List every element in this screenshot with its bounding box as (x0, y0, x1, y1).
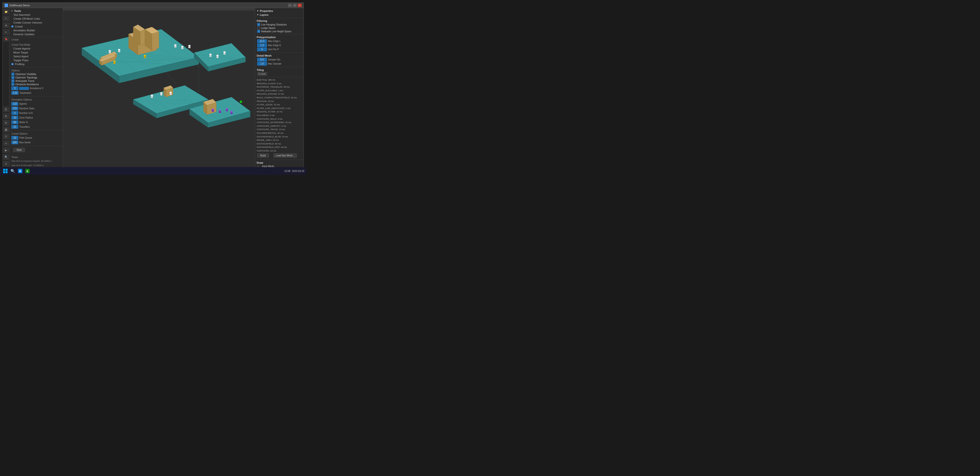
tools-header[interactable]: ▼ Tools (10, 9, 63, 13)
separation-value[interactable]: 2.00 (11, 91, 19, 95)
undo-icon[interactable]: ↩ (3, 141, 9, 146)
sim-random-value[interactable]: 270 (11, 106, 18, 110)
detail-value-0[interactable]: 6.0 (257, 58, 267, 62)
sim-mobs-value[interactable]: 80 (11, 121, 18, 124)
build-stat-8: FILTER_LOW_OBSTACLES: 1 ms (255, 106, 304, 110)
sim-travellers-value[interactable]: 15 (11, 125, 18, 129)
dynamic-updates-item[interactable]: Dynamic Updates (10, 32, 63, 36)
avoidance-slider[interactable] (19, 87, 29, 90)
move-target-item[interactable]: Move Target (10, 51, 63, 54)
svg-point-70 (174, 44, 177, 46)
poly-value-2[interactable]: 6 (257, 48, 267, 51)
optimize-topology-row: ✓ Optimize Topology (10, 76, 63, 79)
sim-agents-value[interactable]: 110 (11, 102, 18, 106)
start-button[interactable]: Start (13, 148, 25, 152)
svg-point-113 (240, 100, 242, 103)
anticipate-turns-check[interactable]: ✓ (11, 79, 14, 83)
cursor-icon[interactable]: ↖ (3, 16, 9, 21)
tiling-enable-row: Enable (255, 72, 304, 76)
sim-number-label: Number of A (19, 112, 61, 114)
walkable-low-check[interactable]: ✓ (257, 30, 260, 33)
svg-point-82 (144, 55, 146, 56)
image-icon[interactable]: 🖼 (3, 127, 9, 132)
optimize-topology-check[interactable]: ✓ (11, 76, 14, 79)
viewport[interactable] (63, 8, 255, 172)
create-convex-item[interactable]: Create Convex Volumes (10, 21, 63, 25)
path-queue-value[interactable]: 32 (11, 136, 18, 140)
window-controls[interactable]: ─ □ ✕ (288, 4, 302, 7)
optimize-visibility-check[interactable]: ✓ (11, 73, 14, 76)
create-agents-item[interactable]: Create Agents (10, 47, 63, 51)
minimize-button[interactable]: ─ (288, 4, 292, 7)
select-agent-item[interactable]: Select Agent (10, 54, 63, 58)
tiling-section: Tiling Enable (255, 67, 304, 77)
max-iter-value[interactable]: 300 (11, 141, 18, 144)
detail-row-0: 6.0 Sample Dis (255, 57, 304, 62)
left-panel: ▼ Tools Test Navmesh Create Off-Mesh Lin… (10, 8, 63, 172)
poly-label-2: Vert Per P (268, 48, 302, 51)
taskbar-search[interactable]: 🔍 (10, 168, 16, 174)
annotation-builder-item[interactable]: Annotation Builder (10, 29, 63, 32)
svg-point-85 (212, 109, 214, 110)
taskbar-date: 2023-03-25 (292, 170, 304, 173)
layers-header[interactable]: ▼ Layers (255, 13, 304, 17)
properties-label: Properties (260, 10, 273, 13)
draw-header: Draw (255, 161, 304, 165)
create-offmesh-item[interactable]: Create Off-Mesh Links (10, 17, 63, 21)
play-icon[interactable]: ▶ (3, 148, 9, 153)
obstacle-avoidance-check[interactable]: ✓ (11, 83, 14, 86)
poly-row-2: 6 Vert Per P (255, 48, 304, 51)
windows-start-button[interactable] (2, 168, 9, 175)
clock-icon[interactable]: ⏱ (3, 134, 9, 139)
build-button[interactable]: Build (257, 154, 269, 158)
crowd-section-label: Crowd (10, 37, 63, 41)
poly-value-0[interactable]: 12.0 (257, 39, 267, 43)
walkable-low-row: ✓ Walkable Low Height Spans (255, 30, 304, 33)
max-iter-row: 300 Max Iterati (10, 140, 63, 145)
build-stat-19: DISTANCEFIELD_DIST: 40 ms (255, 146, 304, 149)
poly-value-1[interactable]: 1.3 (257, 43, 267, 47)
load-nav-mesh-button[interactable]: Load Nav Mesh... (274, 154, 297, 158)
layers-label: Layers (260, 13, 268, 16)
toggle-polys-item[interactable]: Toggle Polys (10, 58, 63, 62)
path-queue-row: 32 Path Queue (10, 135, 63, 140)
build-stat-15: POLYMESHDETAIL: 50 ms (255, 132, 304, 135)
sim-zone-row: 20 Zone Radius (10, 115, 63, 120)
search-icon[interactable]: 🔍 (3, 154, 9, 160)
taskbar-app2[interactable]: E (24, 168, 30, 174)
low-hanging-check[interactable]: ✓ (257, 23, 260, 26)
properties-header[interactable]: ▼ Properties (255, 9, 304, 13)
close-button[interactable]: ✕ (298, 4, 302, 7)
taskbar-app1[interactable]: D (17, 168, 23, 174)
profiling-item[interactable]: Profiling (10, 62, 63, 66)
menu-icon[interactable]: ☰ (3, 106, 9, 112)
sim-random-label: Random Seec (19, 107, 61, 110)
svg-marker-22 (140, 29, 145, 46)
ledge-spans-check[interactable] (257, 27, 260, 29)
build-stat-6: REGIONS: 53 ms (255, 100, 304, 103)
sim-zone-value[interactable]: 20 (11, 116, 18, 119)
build-stat-5: BUILD_COMPACTHEIGHTFIELD: 42 ms (255, 96, 304, 100)
tiling-enable-label[interactable]: Enable (257, 72, 267, 76)
eye-icon[interactable]: 👁 (3, 120, 9, 125)
info-icon[interactable]: ℹ (3, 161, 9, 167)
layers-icon[interactable]: ≡ (3, 29, 9, 35)
avoidance-value[interactable]: 3 (11, 86, 18, 90)
app-icon (5, 4, 8, 7)
layers-arrow: ▼ (257, 14, 259, 16)
settings-icon[interactable]: ⚙ (3, 113, 9, 119)
main-content: 📁 ↖ ⊕ ≡ 🔖 ☰ ⚙ 👁 🖼 ⏱ ↩ ▶ 🔍 ℹ 1/6 ▼ Tools (3, 8, 304, 172)
sim-number-value[interactable]: 4 (11, 111, 18, 115)
svg-point-67 (118, 49, 120, 50)
tools-arrow: ▼ (11, 10, 13, 12)
svg-point-112 (169, 92, 172, 93)
build-stat-11: CONTOURS_WALK: 6 ms (255, 117, 304, 121)
transform-icon[interactable]: ⊕ (3, 22, 9, 28)
maximize-button[interactable]: □ (293, 4, 297, 7)
bookmark-icon[interactable]: 🔖 (3, 36, 9, 41)
detail-value-1[interactable]: 1.0 (257, 62, 267, 65)
build-stat-10: POLYMESH: 0 ms (255, 114, 304, 117)
folder-icon[interactable]: 📁 (3, 9, 9, 14)
test-navmesh-item[interactable]: Test Navmesh (10, 13, 63, 17)
crowd-item[interactable]: Crowd (10, 25, 63, 29)
